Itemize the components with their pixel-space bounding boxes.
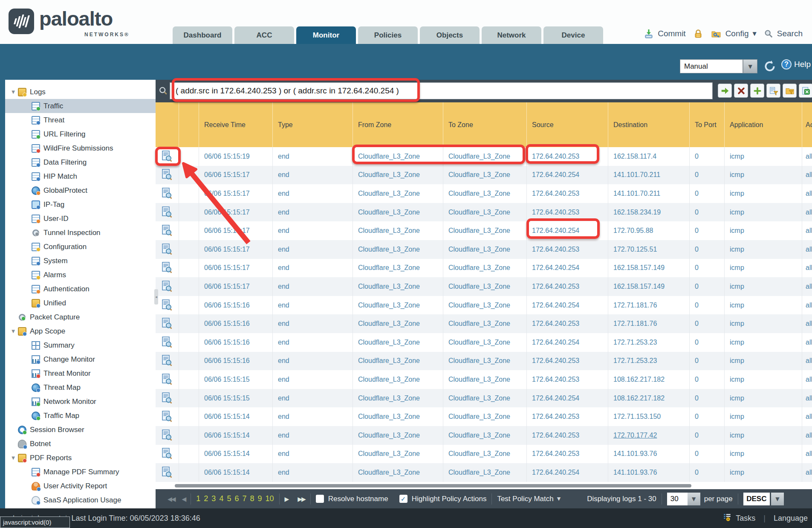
cell-application[interactable]: icmp [725, 333, 802, 352]
cell-type[interactable]: end [273, 166, 353, 185]
cell-action[interactable]: allow [802, 389, 812, 408]
table-row[interactable]: 06/06 15:15:19 end Cloudflare_L3_Zone Cl… [156, 147, 812, 166]
cell-destination[interactable]: 108.162.217.182 [608, 370, 690, 389]
cell-log-detail[interactable] [156, 333, 179, 352]
cell-action[interactable]: allow [802, 221, 812, 240]
cell-application[interactable]: icmp [725, 352, 802, 371]
cell-type[interactable]: end [273, 296, 353, 315]
cell-log-detail[interactable] [156, 296, 179, 315]
cell-destination[interactable]: 172.71.181.76 [608, 296, 690, 315]
cell-to-port[interactable]: 0 [690, 333, 725, 352]
cell-application[interactable]: icmp [725, 166, 802, 185]
table-row[interactable]: 06/06 15:15:16 end Cloudflare_L3_Zone Cl… [156, 333, 812, 352]
cell-to-port[interactable]: 0 [690, 184, 725, 203]
tab-policies[interactable]: Policies [358, 26, 418, 44]
cell-to-zone[interactable]: Cloudflare_L3_Zone [443, 221, 527, 240]
sidebar-item-tunnel-inspection[interactable]: Tunnel Inspection [5, 226, 156, 240]
cell-action[interactable]: allow [802, 259, 812, 278]
commit-button[interactable]: Commit [658, 29, 685, 38]
sidebar-item-pdf-reports[interactable]: ▼PDF Reports [5, 451, 156, 465]
cell-to-zone[interactable]: Cloudflare_L3_Zone [443, 296, 527, 315]
cell-source[interactable]: 172.64.240.253 [527, 370, 608, 389]
cell-source[interactable]: 172.64.240.253 [527, 352, 608, 371]
sidebar-item-traffic[interactable]: Traffic [5, 99, 156, 113]
cell-type[interactable]: end [273, 426, 353, 445]
sidebar-item-manage-pdf-summary[interactable]: Manage PDF Summary [5, 465, 156, 479]
cell-log-detail[interactable] [156, 352, 179, 371]
log-detail-icon[interactable] [162, 299, 172, 311]
cell-to-zone[interactable]: Cloudflare_L3_Zone [443, 147, 527, 166]
highlight-policy-checkbox[interactable]: ✓ [399, 495, 407, 503]
sidebar-item-botnet[interactable]: Botnet [5, 437, 156, 451]
page-number-1[interactable]: 1 [196, 494, 200, 503]
cell-log-detail[interactable] [156, 221, 179, 240]
horizontal-scrollbar-thumb[interactable] [175, 484, 691, 487]
cell-log-detail[interactable] [156, 184, 179, 203]
cell-source[interactable]: 172.64.240.254 [527, 463, 608, 482]
page-number-5[interactable]: 5 [227, 494, 231, 503]
cell-source[interactable]: 172.64.240.254 [527, 389, 608, 408]
sort-order-select[interactable]: DESC [743, 493, 770, 505]
sidebar-item-packet-capture[interactable]: Packet Capture [5, 310, 156, 324]
log-detail-icon[interactable] [162, 374, 172, 386]
cell-log-detail[interactable] [156, 259, 179, 278]
column-header-app[interactable]: Application [725, 102, 802, 147]
cell-destination[interactable]: 141.101.70.211 [608, 184, 690, 203]
cell-application[interactable]: icmp [725, 407, 802, 426]
cell-application[interactable]: icmp [725, 259, 802, 278]
tasks-button[interactable]: Tasks [736, 514, 755, 523]
cell-from-zone[interactable]: Cloudflare_L3_Zone [353, 277, 443, 296]
cell-application[interactable]: icmp [725, 203, 802, 222]
cell-type[interactable]: end [273, 147, 353, 166]
table-row[interactable]: 06/06 15:15:14 end Cloudflare_L3_Zone Cl… [156, 407, 812, 426]
refresh-icon[interactable] [763, 59, 777, 75]
cell-type[interactable]: end [273, 259, 353, 278]
refresh-mode-select[interactable]: Manual ▼ [680, 59, 757, 73]
cell-from-zone[interactable]: Cloudflare_L3_Zone [353, 314, 443, 333]
apply-filter-button[interactable] [718, 84, 732, 98]
cell-action[interactable]: allow [802, 314, 812, 333]
page-number-4[interactable]: 4 [219, 494, 223, 503]
cell-destination[interactable]: 162.158.234.19 [608, 203, 690, 222]
log-detail-icon[interactable] [162, 448, 172, 460]
cell-from-zone[interactable]: Cloudflare_L3_Zone [353, 166, 443, 185]
cell-destination[interactable]: 172.71.253.23 [608, 352, 690, 371]
table-row[interactable]: 06/06 15:15:17 end Cloudflare_L3_Zone Cl… [156, 221, 812, 240]
cell-to-port[interactable]: 0 [690, 259, 725, 278]
horizontal-scrollbar-track[interactable] [156, 482, 812, 489]
expander-icon[interactable]: ▼ [9, 329, 18, 334]
cell-log-detail[interactable] [156, 166, 179, 185]
cell-to-zone[interactable]: Cloudflare_L3_Zone [443, 407, 527, 426]
prev-page-icon[interactable]: ◀ [182, 496, 186, 502]
log-detail-icon[interactable] [162, 225, 172, 237]
sidebar-item-traffic-map[interactable]: Traffic Map [5, 409, 156, 423]
cell-destination[interactable]: 108.162.217.182 [608, 389, 690, 408]
cell-destination[interactable]: 172.71.153.150 [608, 407, 690, 426]
config-caret-icon[interactable]: ▼ [753, 31, 757, 37]
sidebar-item-threat[interactable]: Threat [5, 113, 156, 127]
sidebar-item-alarms[interactable]: Alarms [5, 268, 156, 282]
cell-receive-time[interactable]: 06/06 15:15:17 [199, 184, 273, 203]
cell-action[interactable]: allow [802, 426, 812, 445]
cell-receive-time[interactable]: 06/06 15:15:17 [199, 221, 273, 240]
sidebar-item-authentication[interactable]: Authentication [5, 282, 156, 296]
sidebar-item-logs[interactable]: ▼Logs [5, 85, 156, 99]
sidebar-item-configuration[interactable]: Configuration [5, 240, 156, 254]
page-size-caret-icon[interactable]: ▼ [688, 493, 700, 505]
cell-receive-time[interactable]: 06/06 15:15:16 [199, 352, 273, 371]
cell-type[interactable]: end [273, 184, 353, 203]
cell-application[interactable]: icmp [725, 445, 802, 464]
log-detail-icon[interactable] [162, 411, 172, 423]
cell-to-port[interactable]: 0 [690, 296, 725, 315]
cell-receive-time[interactable]: 06/06 15:15:17 [199, 277, 273, 296]
cell-type[interactable]: end [273, 445, 353, 464]
first-page-icon[interactable]: ◀◀ [168, 496, 175, 502]
page-number-2[interactable]: 2 [204, 494, 208, 503]
cell-receive-time[interactable]: 06/06 15:15:16 [199, 314, 273, 333]
page-number-3[interactable]: 3 [211, 494, 216, 503]
cell-action[interactable]: allow [802, 240, 812, 259]
cell-from-zone[interactable]: Cloudflare_L3_Zone [353, 184, 443, 203]
cell-source[interactable]: 172.64.240.254 [527, 221, 608, 240]
cell-from-zone[interactable]: Cloudflare_L3_Zone [353, 426, 443, 445]
tab-device[interactable]: Device [543, 26, 603, 44]
